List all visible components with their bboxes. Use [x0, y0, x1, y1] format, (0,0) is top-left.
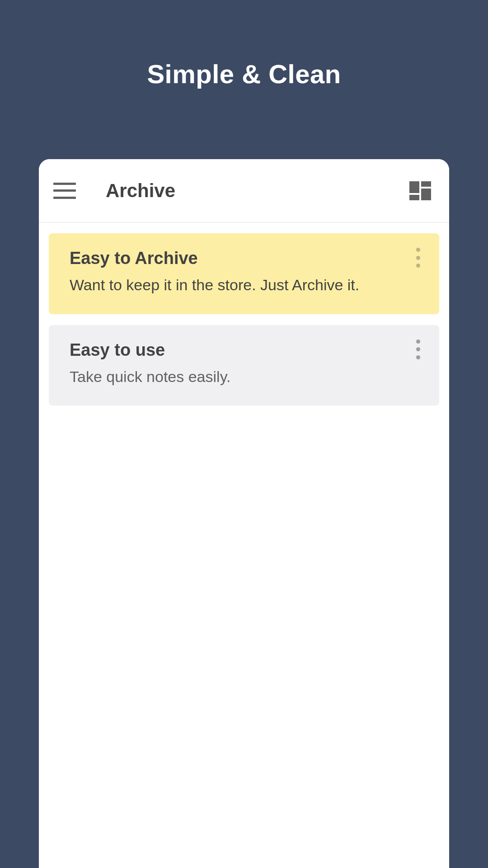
more-vertical-icon[interactable]	[411, 248, 425, 268]
svg-rect-0	[409, 181, 419, 193]
grid-view-icon[interactable]	[409, 181, 431, 200]
svg-rect-3	[409, 195, 419, 200]
app-header: Archive	[39, 159, 449, 222]
svg-rect-1	[421, 181, 431, 187]
more-vertical-icon[interactable]	[411, 340, 425, 359]
page-title: Archive	[106, 180, 409, 202]
note-title: Easy to Archive	[70, 249, 418, 268]
note-card[interactable]: Easy to use Take quick notes easily.	[49, 325, 439, 406]
svg-rect-2	[421, 189, 431, 200]
note-title: Easy to use	[70, 340, 418, 360]
hamburger-menu-icon[interactable]	[53, 183, 76, 199]
note-card[interactable]: Easy to Archive Want to keep it in the s…	[49, 233, 439, 314]
app-frame: Archive Easy to Archive Want to keep it …	[39, 159, 449, 868]
note-body: Take quick notes easily.	[70, 366, 418, 388]
marketing-title: Simple & Clean	[0, 0, 488, 89]
note-body: Want to keep it in the store. Just Archi…	[70, 274, 418, 296]
notes-list: Easy to Archive Want to keep it in the s…	[39, 222, 449, 416]
